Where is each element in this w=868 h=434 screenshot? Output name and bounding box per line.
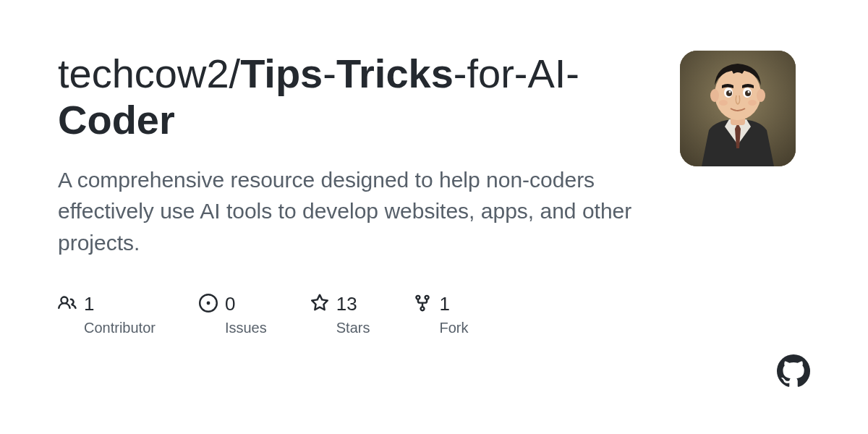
issues-icon: [199, 294, 218, 315]
contributors-label: Contributor: [84, 320, 156, 336]
svg-point-4: [710, 89, 719, 102]
repo-name-part[interactable]: Tricks: [336, 51, 454, 96]
svg-point-3: [715, 68, 761, 120]
star-icon: [310, 294, 329, 315]
repo-stats: 1 Contributor 0 Issues 13: [58, 293, 651, 336]
contributors-icon: [58, 294, 77, 315]
svg-point-12: [719, 100, 728, 106]
svg-point-11: [748, 91, 750, 93]
stat-issues[interactable]: 0 Issues: [199, 293, 267, 336]
svg-point-5: [757, 89, 765, 102]
issues-count: 0: [225, 293, 235, 315]
forks-label: Fork: [439, 320, 468, 336]
stat-contributors[interactable]: 1 Contributor: [58, 293, 156, 336]
svg-point-10: [729, 91, 731, 93]
repo-name-part: -: [323, 51, 336, 96]
repo-title[interactable]: techcow2/Tips-Tricks-for-AI-Coder: [58, 51, 651, 144]
contributors-count: 1: [84, 293, 94, 315]
github-logo-icon[interactable]: [777, 354, 810, 391]
fork-icon: [413, 294, 432, 315]
stat-stars[interactable]: 13 Stars: [310, 293, 370, 336]
stars-count: 13: [336, 293, 357, 315]
svg-point-13: [748, 100, 757, 106]
repo-name-part[interactable]: Coder: [58, 97, 175, 142]
repo-owner[interactable]: techcow2: [58, 51, 229, 96]
repo-name-part[interactable]: Tips: [240, 51, 323, 96]
repo-main: techcow2/Tips-Tricks-for-AI-Coder A comp…: [58, 51, 651, 336]
title-separator: /: [229, 51, 241, 96]
repo-description: A comprehensive resource designed to hel…: [58, 164, 651, 259]
stat-forks[interactable]: 1 Fork: [413, 293, 468, 336]
issues-label: Issues: [225, 320, 267, 336]
repo-name-part: -for-AI-: [454, 51, 579, 96]
stars-label: Stars: [336, 320, 370, 336]
forks-count: 1: [439, 293, 449, 315]
owner-avatar[interactable]: [680, 51, 796, 166]
